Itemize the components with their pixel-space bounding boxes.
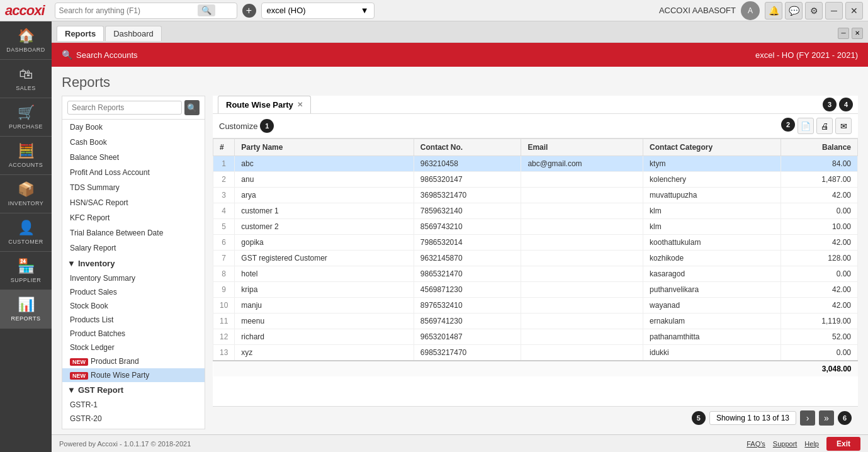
tab-close-btn[interactable]: ✕ — [852, 28, 863, 39]
company-select[interactable]: excel (HO) ▼ — [261, 3, 375, 19]
report-item-prodlist[interactable]: Products List — [62, 313, 205, 327]
report-item-pnl[interactable]: Profit And Loss Account — [62, 165, 205, 180]
tab-minimize-btn[interactable]: ─ — [838, 28, 849, 39]
search-accounts[interactable]: 🔍 Search Accounts — [62, 50, 138, 60]
badge-4[interactable]: 4 — [839, 98, 853, 111]
report-tab-close-icon[interactable]: ✕ — [297, 101, 303, 109]
section-inventory[interactable]: ▼ Inventory — [62, 256, 205, 271]
tab-reports[interactable]: Reports — [57, 26, 104, 41]
cell-email — [521, 282, 643, 298]
faq-link[interactable]: FAQ's — [747, 440, 765, 448]
message-icon[interactable]: 💬 — [785, 2, 803, 20]
table-row[interactable]: 5 customer 2 8569743210 klm 10.00 — [213, 219, 858, 235]
minimize-icon[interactable]: ─ — [825, 2, 843, 20]
section-gst[interactable]: ▼ GST Report — [62, 382, 205, 398]
sidebar-item-customer[interactable]: 👤 CUSTOMER — [0, 213, 52, 252]
tab-route-wise-party[interactable]: Route Wise Party ✕ — [218, 96, 311, 113]
sidebar-item-dashboard[interactable]: 🏠 DASHBOARD — [0, 21, 52, 60]
table-row[interactable]: 7 GST registered Customer 9632145870 koz… — [213, 251, 858, 266]
reports-search-button[interactable]: 🔍 — [184, 100, 200, 115]
avatar: A — [741, 1, 760, 20]
home-icon: 🏠 — [18, 28, 35, 44]
cell-balance: 1,119.00 — [781, 314, 857, 329]
report-item-daybook[interactable]: Day Book — [62, 120, 205, 135]
sidebar-item-supplier[interactable]: 🏪 SUPPLIER — [0, 252, 52, 290]
badge-1[interactable]: 1 — [260, 119, 274, 133]
sidebar-item-reports[interactable]: 📊 REPORTS — [0, 290, 52, 329]
page-title-bar: Reports — [52, 67, 868, 96]
print-icon[interactable]: 🖨 — [816, 118, 833, 134]
customize-label: Customize — [219, 121, 257, 131]
red-header: 🔍 Search Accounts excel - HO (FY 2021 - … — [52, 43, 868, 67]
sidebar-label-accounts: ACCOUNTS — [9, 162, 43, 168]
badge-3[interactable]: 3 — [823, 98, 837, 111]
report-item-prodbatch[interactable]: Product Batches — [62, 327, 205, 341]
settings-icon[interactable]: ⚙ — [805, 2, 823, 20]
left-panel: 🔍 Day Book Cash Book Balance Sheet Profi… — [62, 96, 205, 429]
footer: Powered by Accoxi - 1.0.1.17 © 2018-2021… — [52, 434, 868, 452]
add-button[interactable]: + — [242, 4, 256, 18]
customize-button[interactable]: Customize 1 — [219, 119, 274, 133]
table-row[interactable]: 6 gopika 7986532014 koothattukulam 42.00 — [213, 235, 858, 251]
last-page-btn[interactable]: » — [819, 410, 834, 426]
page-badge-5[interactable]: 5 — [692, 411, 706, 425]
support-link[interactable]: Support — [773, 440, 798, 448]
search-input[interactable] — [59, 6, 198, 15]
table-row[interactable]: 2 anu 9865320147 kolenchery 1,487.00 — [213, 172, 858, 188]
exit-button[interactable]: Exit — [826, 437, 860, 451]
report-item-routewise[interactable]: NEWRoute Wise Party — [62, 368, 205, 382]
sidebar-item-inventory[interactable]: 📦 INVENTORY — [0, 175, 52, 213]
page-badge-6[interactable]: 6 — [838, 411, 852, 425]
table-row[interactable]: 10 manju 8976532410 wayanad 42.00 — [213, 298, 858, 314]
report-item-salary[interactable]: Salary Report — [62, 240, 205, 256]
report-item-tds[interactable]: TDS Summary — [62, 180, 205, 195]
cell-contact: 69853217470 — [414, 345, 521, 361]
search-button[interactable]: 🔍 — [198, 4, 215, 16]
cell-num: 4 — [213, 203, 235, 219]
total-label — [213, 361, 781, 376]
sidebar-item-purchase[interactable]: 🛒 PURCHASE — [0, 98, 52, 137]
report-item-hsn[interactable]: HSN/SAC Report — [62, 195, 205, 210]
next-page-btn[interactable]: › — [800, 410, 815, 426]
table-row[interactable]: 11 meenu 8569741230 ernakulam 1,119.00 — [213, 314, 858, 329]
table-row[interactable]: 3 arya 36985321470 muvattupuzha 42.00 — [213, 188, 858, 203]
notification-icon[interactable]: 🔔 — [765, 2, 782, 20]
reports-search-input[interactable] — [67, 101, 182, 115]
search-accounts-icon: 🔍 — [62, 50, 72, 60]
report-item-gstr20[interactable]: GSTR-20 — [62, 412, 205, 426]
report-item-invsummary[interactable]: Inventory Summary — [62, 271, 205, 285]
tab-dashboard[interactable]: Dashboard — [105, 26, 162, 41]
sidebar-item-accounts[interactable]: 🧮 ACCOUNTS — [0, 137, 52, 175]
footer-powered-by: Powered by Accoxi - 1.0.1.17 © 2018-2021 — [59, 440, 191, 448]
sidebar-item-sales[interactable]: 🛍 SALES — [0, 60, 52, 98]
cell-party: anu — [235, 172, 414, 188]
report-item-balancesheet[interactable]: Balance Sheet — [62, 150, 205, 165]
table-row[interactable]: 4 customer 1 7859632140 klm 0.00 — [213, 203, 858, 219]
cell-party: richard — [235, 329, 414, 345]
help-link[interactable]: Help — [804, 440, 819, 448]
table-row[interactable]: 12 richard 9653201487 pathanamthitta 52.… — [213, 329, 858, 345]
report-item-trial[interactable]: Trial Balance Between Date — [62, 225, 205, 240]
email-icon[interactable]: ✉ — [835, 118, 852, 134]
table-row[interactable]: 1 abc 963210458 abc@gmail.com ktym 84.00 — [213, 156, 858, 172]
table-row[interactable]: 8 hotel 9865321470 kasaragod 0.00 — [213, 266, 858, 282]
report-item-kfc[interactable]: KFC Report — [62, 210, 205, 225]
table-row[interactable]: 9 kripa 4569871230 puthanvelikara 42.00 — [213, 282, 858, 298]
report-item-prodsales[interactable]: Product Sales — [62, 285, 205, 299]
arrow-down-icon-gst: ▼ — [67, 385, 76, 395]
cell-contact: 963210458 — [414, 156, 521, 172]
col-email: Email — [521, 139, 643, 156]
table-row[interactable]: 13 xyz 69853217470 idukki 0.00 — [213, 345, 858, 361]
right-panel: Route Wise Party ✕ 3 4 Customize 1 — [213, 96, 858, 429]
report-item-stockledger[interactable]: Stock Ledger — [62, 341, 205, 354]
cell-party: GST registered Customer — [235, 251, 414, 266]
reports-list: Day Book Cash Book Balance Sheet Profit … — [62, 120, 205, 429]
close-icon[interactable]: ✕ — [845, 2, 863, 20]
report-item-prodbrand[interactable]: NEWProduct Brand — [62, 354, 205, 368]
report-item-stockbook[interactable]: Stock Book — [62, 299, 205, 313]
search-box[interactable]: 🔍 — [55, 3, 237, 19]
report-item-gstr1[interactable]: GSTR-1 — [62, 398, 205, 412]
report-item-cashbook[interactable]: Cash Book — [62, 135, 205, 150]
badge-2[interactable]: 2 — [781, 118, 795, 132]
pdf-icon[interactable]: 📄 — [798, 118, 814, 134]
